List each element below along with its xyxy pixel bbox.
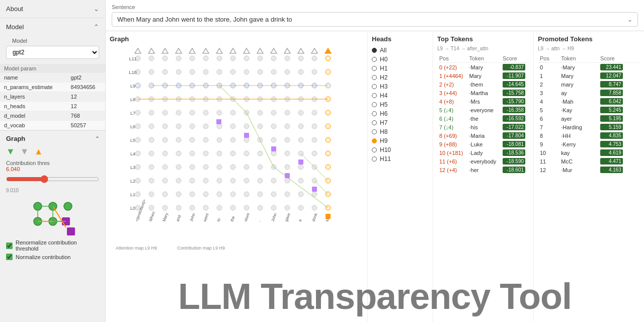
svg-marker-13 bbox=[135, 48, 141, 53]
svg-point-89 bbox=[149, 110, 154, 115]
checkbox[interactable] bbox=[6, 254, 13, 260]
svg-point-52 bbox=[258, 69, 263, 74]
head-item[interactable]: H6 bbox=[372, 109, 429, 118]
sentence-input[interactable] bbox=[117, 16, 627, 23]
svg-point-190 bbox=[298, 192, 303, 197]
head-radio bbox=[372, 129, 377, 134]
svg-point-40 bbox=[298, 56, 303, 61]
head-item[interactable]: H1 bbox=[372, 64, 429, 73]
svg-rect-220 bbox=[244, 133, 249, 138]
head-item[interactable]: H2 bbox=[372, 73, 429, 82]
svg-point-105 bbox=[163, 124, 168, 129]
svg-point-42 bbox=[326, 56, 331, 61]
svg-point-46 bbox=[176, 69, 181, 74]
svg-rect-6 bbox=[67, 227, 75, 235]
svg-text:went: went bbox=[202, 212, 210, 223]
head-radio bbox=[372, 156, 377, 162]
head-label: H8 bbox=[380, 128, 387, 135]
svg-text:and: and bbox=[175, 214, 182, 222]
svg-point-131 bbox=[312, 137, 317, 142]
svg-marker-26 bbox=[311, 48, 317, 53]
svg-point-134 bbox=[149, 151, 154, 156]
svg-point-39 bbox=[285, 56, 290, 61]
param-row: d_vocab50257 bbox=[0, 121, 105, 130]
head-item[interactable]: H10 bbox=[372, 145, 429, 154]
svg-text:John: John bbox=[189, 212, 196, 222]
svg-point-44 bbox=[149, 69, 154, 74]
svg-text:to: to bbox=[216, 217, 221, 222]
about-section: About ⌄ bbox=[0, 0, 105, 18]
svg-marker-20 bbox=[230, 48, 236, 53]
head-item[interactable]: H8 bbox=[372, 127, 429, 136]
head-radio bbox=[372, 138, 377, 143]
svg-point-55 bbox=[298, 69, 303, 74]
head-item[interactable]: All bbox=[372, 46, 429, 55]
model-select[interactable]: gpt2 bbox=[6, 46, 99, 59]
svg-point-141 bbox=[244, 151, 249, 156]
param-row: n_heads12 bbox=[0, 102, 105, 111]
svg-point-175 bbox=[298, 178, 303, 183]
top-token-row: 0 (+22) ·Mary -0.837 bbox=[437, 63, 529, 72]
promoted-tokens-title: Promoted Tokens bbox=[538, 35, 640, 43]
svg-point-204 bbox=[285, 205, 290, 210]
heads-list: AllH0H1H2H3H4H5H6H7H8H9H10H11 bbox=[372, 46, 429, 164]
head-label: All bbox=[380, 47, 386, 54]
params-table: Model param bbox=[0, 64, 105, 73]
head-item[interactable]: H0 bbox=[372, 55, 429, 64]
svg-point-51 bbox=[244, 69, 249, 74]
svg-point-178 bbox=[135, 192, 140, 197]
model-section: Model ⌃ Model gpt2 Model param namegpt2n… bbox=[0, 18, 105, 131]
checkbox[interactable] bbox=[6, 243, 13, 249]
contrib-min: 9.010 bbox=[6, 188, 99, 193]
svg-text:L8: L8 bbox=[130, 97, 135, 102]
head-label: H10 bbox=[380, 146, 391, 153]
svg-rect-217 bbox=[298, 159, 303, 165]
head-item[interactable]: H4 bbox=[372, 91, 429, 100]
svg-point-200 bbox=[230, 205, 235, 210]
head-item[interactable]: H9 bbox=[372, 136, 429, 145]
about-header[interactable]: About ⌄ bbox=[0, 0, 105, 18]
head-radio bbox=[372, 120, 377, 125]
svg-marker-19 bbox=[216, 48, 222, 53]
params-header: Model param bbox=[0, 64, 105, 73]
svg-point-183 bbox=[203, 192, 208, 197]
svg-point-115 bbox=[298, 124, 303, 129]
top-token-row: 4 (+8) ·Mrs -15.790 bbox=[437, 97, 529, 106]
head-item[interactable]: H5 bbox=[372, 100, 429, 109]
sentence-label: Sentence bbox=[112, 4, 638, 10]
svg-point-30 bbox=[163, 56, 168, 61]
svg-point-198 bbox=[203, 205, 208, 210]
svg-point-167 bbox=[190, 178, 195, 183]
pt-col-score: Score bbox=[598, 54, 640, 63]
svg-point-50 bbox=[230, 69, 235, 74]
head-item[interactable]: H7 bbox=[372, 118, 429, 127]
head-label: H3 bbox=[380, 83, 387, 90]
svg-point-36 bbox=[244, 56, 249, 61]
head-item[interactable]: H3 bbox=[372, 82, 429, 91]
top-token-row: 6 (↓4) ·the -16.592 bbox=[437, 114, 529, 123]
svg-point-133 bbox=[135, 151, 140, 156]
model-header[interactable]: Model ⌃ bbox=[0, 18, 105, 36]
svg-text:drink: drink bbox=[311, 212, 318, 222]
contrib-map-label: Contribution map L9 H9 bbox=[177, 246, 225, 251]
top-token-row: 10 (+181) ·Lady -18.536 bbox=[437, 148, 529, 157]
svg-point-53 bbox=[271, 69, 276, 74]
head-label: H6 bbox=[380, 110, 387, 117]
svg-text:L1: L1 bbox=[130, 192, 135, 197]
svg-point-92 bbox=[190, 110, 195, 115]
head-label: H9 bbox=[380, 137, 387, 144]
graph-sidebar-title: Graph ⌃ bbox=[6, 135, 99, 142]
svg-point-97 bbox=[258, 110, 263, 115]
head-label: H2 bbox=[380, 74, 387, 81]
sentence-input-wrapper[interactable]: ⌄ bbox=[112, 12, 638, 27]
heads-panel: Heads AllH0H1H2H3H4H5H6H7H8H9H10H11 bbox=[367, 31, 433, 322]
svg-point-180 bbox=[163, 192, 168, 197]
head-label: H5 bbox=[380, 101, 387, 108]
app-container: About ⌄ Model ⌃ Model gpt2 Model param bbox=[0, 0, 644, 322]
contrib-slider[interactable] bbox=[6, 175, 99, 183]
head-item[interactable]: H11 bbox=[372, 154, 429, 164]
svg-point-150 bbox=[163, 165, 168, 170]
head-radio bbox=[372, 75, 377, 80]
graph-content: L11 L10 L9 L8 L7 L6 L5 L4 L3 L2 L1 L0 bbox=[110, 46, 363, 244]
svg-point-121 bbox=[176, 137, 181, 142]
